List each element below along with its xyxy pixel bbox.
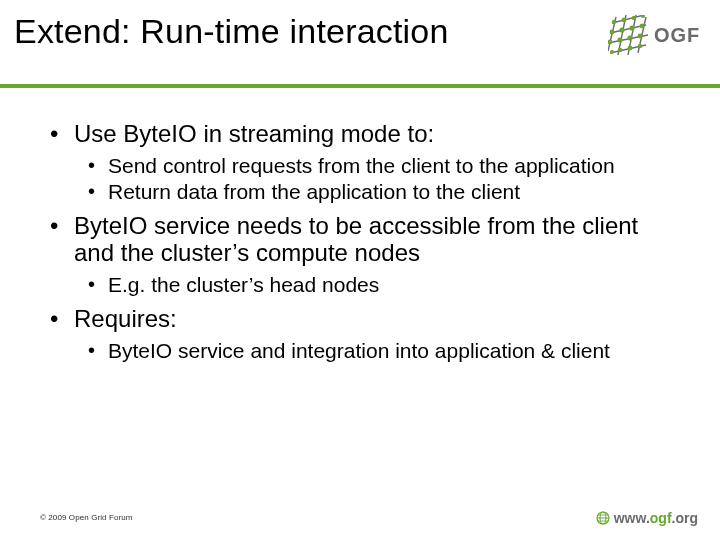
- svg-point-12: [610, 30, 615, 35]
- footer-url: www.ogf.org: [596, 510, 698, 526]
- bullet-list: Use ByteIO in streaming mode to: Send co…: [40, 120, 680, 363]
- svg-point-23: [638, 44, 642, 48]
- svg-point-13: [619, 27, 624, 32]
- sub-list: E.g. the cluster’s head nodes: [74, 273, 680, 297]
- svg-point-11: [641, 15, 645, 18]
- globe-icon: [596, 511, 610, 525]
- sub-list: ByteIO service and integration into appl…: [74, 339, 680, 363]
- svg-point-8: [612, 20, 616, 24]
- slide-title: Extend: Run-time interaction: [14, 12, 700, 51]
- list-item: E.g. the cluster’s head nodes: [74, 273, 680, 297]
- grid-icon: [608, 15, 648, 55]
- slide-header: Extend: Run-time interaction: [0, 0, 720, 84]
- bullet-text: E.g. the cluster’s head nodes: [108, 273, 379, 296]
- bullet-text: Send control requests from the client to…: [108, 154, 615, 177]
- copyright-text: © 2009 Open Grid Forum: [40, 513, 133, 522]
- svg-point-21: [618, 48, 622, 52]
- url-part-org: .org: [672, 510, 698, 526]
- list-item: Requires: ByteIO service and integration…: [40, 305, 680, 363]
- svg-point-22: [628, 46, 633, 51]
- svg-point-14: [629, 25, 634, 30]
- logo-text: OGF: [654, 24, 700, 47]
- url-part-www: www.: [614, 510, 650, 526]
- sub-list: Send control requests from the client to…: [74, 154, 680, 204]
- bullet-text: ByteIO service needs to be accessible fr…: [74, 212, 638, 267]
- list-item: Send control requests from the client to…: [74, 154, 680, 178]
- slide-content: Use ByteIO in streaming mode to: Send co…: [0, 88, 720, 363]
- slide: Extend: Run-time interaction: [0, 0, 720, 540]
- bullet-text: Requires:: [74, 305, 177, 332]
- list-item: ByteIO service needs to be accessible fr…: [40, 212, 680, 297]
- list-item: ByteIO service and integration into appl…: [74, 339, 680, 363]
- list-item: Use ByteIO in streaming mode to: Send co…: [40, 120, 680, 204]
- svg-point-18: [627, 35, 632, 40]
- bullet-text: Return data from the application to the …: [108, 180, 520, 203]
- bullet-text: ByteIO service and integration into appl…: [108, 339, 610, 362]
- list-item: Return data from the application to the …: [74, 180, 680, 204]
- bullet-text: Use ByteIO in streaming mode to:: [74, 120, 434, 147]
- svg-point-10: [632, 16, 636, 20]
- svg-point-17: [617, 37, 622, 42]
- svg-point-20: [610, 50, 614, 54]
- ogf-logo: OGF: [608, 8, 698, 62]
- svg-line-0: [612, 15, 644, 23]
- url-part-ogf: ogf: [650, 510, 672, 526]
- svg-point-19: [638, 34, 643, 39]
- svg-point-16: [608, 40, 612, 45]
- svg-point-9: [622, 18, 627, 23]
- svg-point-15: [640, 24, 645, 29]
